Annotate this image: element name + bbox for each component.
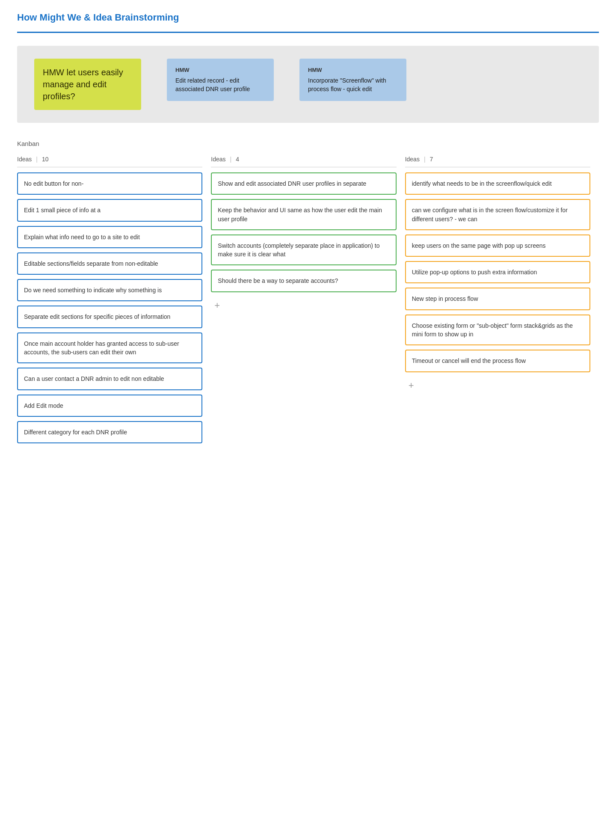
- column-2-cards: Show and edit associated DNR user profil…: [211, 172, 396, 292]
- kanban-column-2: Ideas | 4 Show and edit associated DNR u…: [211, 156, 405, 313]
- card-c3-1[interactable]: identify what needs to be in the screenf…: [405, 172, 590, 195]
- column-1-divider: |: [36, 156, 38, 163]
- card-c1-7[interactable]: Once main account holder has granted acc…: [17, 332, 202, 364]
- card-c2-1[interactable]: Show and edit associated DNR user profil…: [211, 172, 396, 195]
- column-3-header: Ideas | 7: [405, 156, 590, 167]
- column-2-divider: |: [230, 156, 232, 163]
- column-1-count: 10: [42, 156, 49, 163]
- column-2-header: Ideas | 4: [211, 156, 396, 167]
- column-1-header: Ideas | 10: [17, 156, 202, 167]
- card-c1-3[interactable]: Explain what info need to go to a site t…: [17, 226, 202, 248]
- hmw-card-1-text: HMW let users easily manage and edit pro…: [43, 66, 133, 102]
- card-c2-4[interactable]: Should there be a way to separate accoun…: [211, 270, 396, 292]
- hmw-card-3-label: HMW: [308, 66, 398, 74]
- card-c3-7[interactable]: Timeout or cancel will end the process f…: [405, 350, 590, 372]
- hmw-card-1[interactable]: HMW let users easily manage and edit pro…: [34, 59, 141, 110]
- card-c2-3[interactable]: Switch accounts (completely separate pla…: [211, 234, 396, 266]
- card-c3-3[interactable]: keep users on the same page with pop up …: [405, 234, 590, 257]
- kanban-column-3: Ideas | 7 identify what needs to be in t…: [405, 156, 599, 393]
- hmw-card-2-text: Edit related record - edit associated DN…: [175, 77, 265, 93]
- kanban-label: Kanban: [17, 140, 599, 147]
- card-c3-4[interactable]: Utilize pop-up options to push extra inf…: [405, 261, 590, 283]
- card-c1-6[interactable]: Separate edit sections for specific piec…: [17, 306, 202, 328]
- column-3-cards: identify what needs to be in the screenf…: [405, 172, 590, 372]
- page-title: How Might We & Idea Brainstorming: [17, 12, 599, 23]
- column-2-add-button[interactable]: +: [211, 298, 223, 313]
- column-3-add-button[interactable]: +: [405, 378, 418, 393]
- column-3-divider: |: [424, 156, 426, 163]
- hmw-card-2-label: HMW: [175, 66, 265, 74]
- hmw-card-3-text: Incorporate "Screenflow" with process fl…: [308, 77, 398, 93]
- hmw-section: HMW let users easily manage and edit pro…: [17, 46, 599, 123]
- card-c1-9[interactable]: Add Edit mode: [17, 395, 202, 417]
- card-c1-1[interactable]: No edit button for non-: [17, 172, 202, 195]
- hmw-card-3[interactable]: HMW Incorporate "Screenflow" with proces…: [299, 59, 406, 101]
- card-c1-2[interactable]: Edit 1 small piece of info at a: [17, 199, 202, 221]
- hmw-card-2[interactable]: HMW Edit related record - edit associate…: [167, 59, 274, 101]
- kanban-section: Kanban Ideas | 10 No edit button for non…: [17, 140, 599, 443]
- card-c1-10[interactable]: Different category for each DNR profile: [17, 421, 202, 443]
- page-header: How Might We & Idea Brainstorming: [17, 0, 599, 33]
- column-2-count: 4: [236, 156, 239, 163]
- kanban-column-1: Ideas | 10 No edit button for non- Edit …: [17, 156, 211, 443]
- card-c1-4[interactable]: Editable sections/fields separate from n…: [17, 252, 202, 275]
- column-3-count: 7: [430, 156, 433, 163]
- column-3-label: Ideas: [405, 156, 420, 163]
- column-1-label: Ideas: [17, 156, 32, 163]
- card-c3-5[interactable]: New step in process flow: [405, 288, 590, 310]
- card-c3-6[interactable]: Choose existing form or "sub-object" for…: [405, 315, 590, 346]
- card-c1-5[interactable]: Do we need something to indicate why som…: [17, 279, 202, 301]
- card-c3-2[interactable]: can we configure what is in the screen f…: [405, 199, 590, 230]
- kanban-board: Ideas | 10 No edit button for non- Edit …: [17, 156, 599, 443]
- column-2-label: Ideas: [211, 156, 225, 163]
- card-c2-2[interactable]: Keep the behavior and UI same as how the…: [211, 199, 396, 230]
- card-c1-8[interactable]: Can a user contact a DNR admin to edit n…: [17, 368, 202, 390]
- column-1-cards: No edit button for non- Edit 1 small pie…: [17, 172, 202, 443]
